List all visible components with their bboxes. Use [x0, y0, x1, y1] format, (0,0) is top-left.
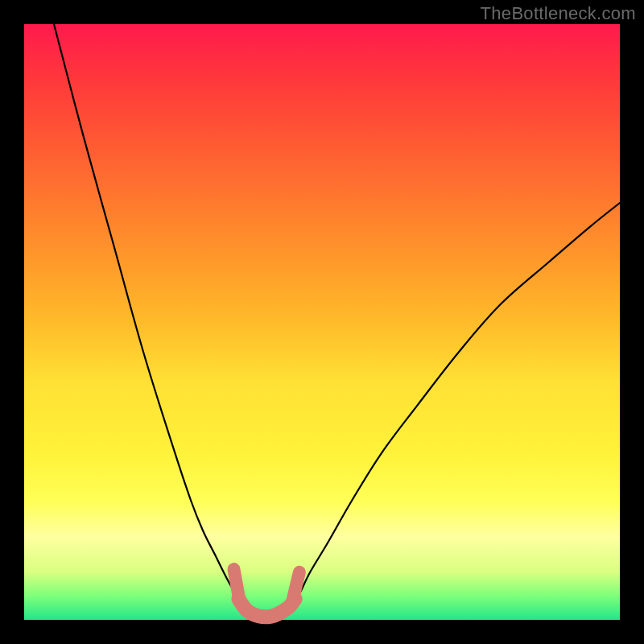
- chart-lines: [24, 24, 620, 620]
- chart-frame: TheBottleneck.com: [0, 0, 644, 644]
- floor-marker-right-stub: [292, 572, 299, 602]
- curve-left-branch: [54, 24, 248, 611]
- curve-right-branch: [287, 203, 620, 611]
- floor-marker-left-stub: [233, 569, 239, 602]
- plot-area: [24, 24, 620, 620]
- watermark-text: TheBottleneck.com: [481, 3, 636, 24]
